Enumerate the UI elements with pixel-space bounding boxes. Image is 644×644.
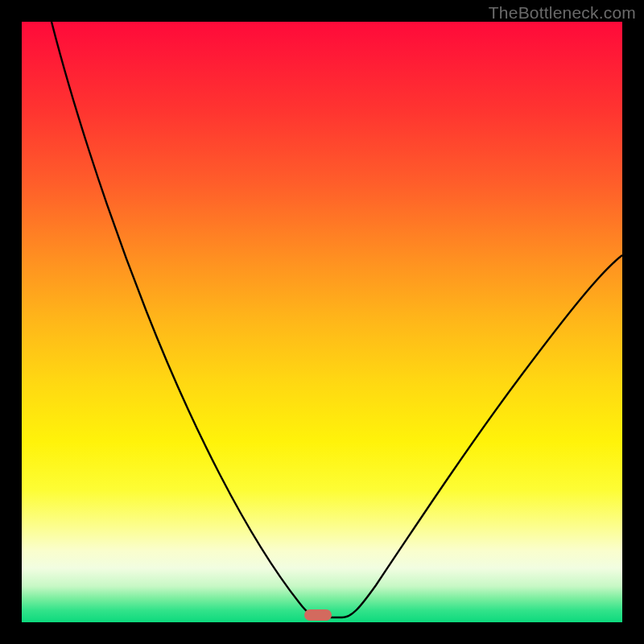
chart-frame: TheBottleneck.com	[0, 0, 644, 644]
optimal-point-marker	[304, 609, 332, 621]
watermark-text: TheBottleneck.com	[489, 3, 636, 23]
bottleneck-curve	[22, 22, 622, 622]
curve-path	[52, 22, 622, 617]
plot-area	[22, 22, 622, 622]
